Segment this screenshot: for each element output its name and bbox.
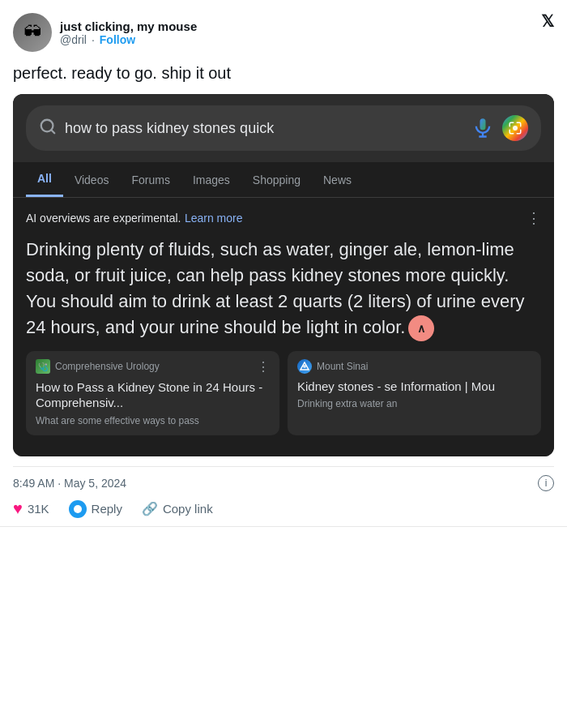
search-query-text: how to pass kidney stones quick [65,120,463,137]
mic-icon[interactable] [471,117,494,139]
search-tabs: All Videos Forums Images Shopping News [13,162,554,198]
tab-all[interactable]: All [26,162,63,197]
ai-overview-content: Drinking plenty of fluids, such as water… [26,239,525,337]
username: @dril [60,33,87,46]
like-action[interactable]: ♥ 31K [13,499,49,518]
mount-sinai-title: Kidney stones - se Information | Mou [297,379,531,395]
source-card-dots-1[interactable]: ⋮ [257,359,270,375]
source-card-header-2: Mount Sinai [297,359,531,374]
source-icon-name-1: 🩺 Comprehensive Urology [36,359,160,374]
mount-sinai-snippet: Drinking extra water an [297,398,531,411]
copy-link-label: Copy link [163,502,213,516]
svg-point-6 [303,365,306,368]
comprehensive-urology-title: How to Pass a Kidney Stone in 24 Hours -… [36,379,270,411]
reply-label: Reply [92,502,122,516]
ai-learn-more-link[interactable]: Learn more [185,212,243,225]
likes-count: 31K [28,502,49,516]
ai-overview-options-icon[interactable]: ⋮ [526,209,541,227]
tweet-text: perfect. ready to go. ship it out [13,62,554,84]
avatar-image: 🕶 [13,13,52,52]
heart-icon: ♥ [13,499,23,518]
google-screenshot: how to pass kidney stones quick [13,94,554,456]
tweet-timestamp: 8:49 AM · May 5, 2024 [13,477,126,490]
x-logo[interactable]: 𝕏 [541,13,554,29]
source-icon-name-2: Mount Sinai [297,359,368,374]
search-icon [39,118,57,139]
tab-forums[interactable]: Forums [120,164,181,196]
svg-rect-2 [480,118,486,130]
mount-sinai-name: Mount Sinai [317,361,368,372]
tab-news[interactable]: News [312,164,363,196]
source-card-mount-sinai[interactable]: Mount Sinai Kidney stones - se Informati… [288,351,541,436]
copy-link-action[interactable]: 🔗 Copy link [142,501,213,516]
svg-line-1 [51,130,54,133]
search-bar-area: how to pass kidney stones quick [13,94,554,162]
ai-overview-section: AI overviews are experimental. Learn mor… [13,198,554,456]
tweet-footer: 8:49 AM · May 5, 2024 i ♥ 31K Reply 🔗 Co… [13,466,554,526]
ai-overview-text: Drinking plenty of fluids, such as water… [26,237,541,341]
source-card-header-1: 🩺 Comprehensive Urology ⋮ [36,359,270,375]
tab-videos[interactable]: Videos [63,164,121,196]
tweet-timestamp-row: 8:49 AM · May 5, 2024 i [13,475,554,491]
comprehensive-urology-name: Comprehensive Urology [55,361,160,372]
collapse-button[interactable]: ∧ [408,315,434,341]
collapse-arrow-icon: ∧ [417,320,425,336]
user-info: just clicking, my mouse @dril · Follow [60,19,197,46]
tab-images[interactable]: Images [181,164,241,196]
ai-overview-label-group: AI overviews are experimental. Learn mor… [26,211,242,225]
follow-button[interactable]: Follow [100,33,135,46]
source-card-comprehensive-urology[interactable]: 🩺 Comprehensive Urology ⋮ How to Pass a … [26,351,279,436]
tab-shopping[interactable]: Shopping [241,164,312,196]
reply-action[interactable]: Reply [69,500,122,518]
display-name: just clicking, my mouse [60,19,197,33]
tweet-container: 🕶 just clicking, my mouse @dril · Follow… [0,0,567,527]
info-icon[interactable]: i [538,475,554,491]
ai-overview-header: AI overviews are experimental. Learn mor… [26,209,541,227]
username-follow-row: @dril · Follow [60,33,197,46]
tweet-actions: ♥ 31K Reply 🔗 Copy link [13,499,554,518]
reply-bubble-inner [74,505,82,513]
avatar[interactable]: 🕶 [13,13,52,52]
dot-separator: · [92,33,95,46]
copy-link-icon: 🔗 [142,501,158,516]
google-lens-icon[interactable] [502,115,528,141]
tweet-header: 🕶 just clicking, my mouse @dril · Follow… [13,13,554,52]
source-cards: 🩺 Comprehensive Urology ⋮ How to Pass a … [26,351,541,446]
comprehensive-urology-snippet: What are some effective ways to pass [36,415,270,428]
mount-sinai-favicon [297,359,312,374]
svg-point-5 [513,126,518,131]
ai-overview-label: AI overviews are experimental. [26,212,181,225]
search-bar[interactable]: how to pass kidney stones quick [26,105,541,151]
reply-bubble-icon [69,500,87,518]
comprehensive-urology-favicon: 🩺 [36,359,50,374]
tweet-header-left: 🕶 just clicking, my mouse @dril · Follow [13,13,197,52]
